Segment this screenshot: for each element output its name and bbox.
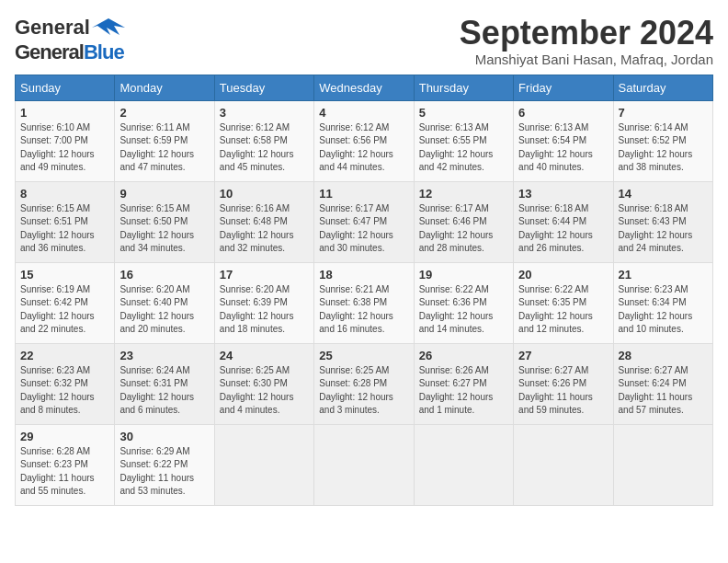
col-header-saturday: Saturday [613,75,712,100]
day-number: 24 [220,349,309,362]
calendar-week-row: 1Sunrise: 6:10 AMSunset: 7:00 PMDaylight… [16,100,713,181]
day-number: 29 [20,430,109,443]
day-info: Sunrise: 6:24 AMSunset: 6:31 PMDaylight:… [119,364,209,418]
calendar-day-cell: 5Sunrise: 6:13 AMSunset: 6:55 PMDaylight… [414,100,513,181]
day-number: 6 [518,106,608,120]
day-info: Sunrise: 6:11 AMSunset: 6:59 PMDaylight:… [119,121,209,175]
day-info: Sunrise: 6:27 AMSunset: 6:24 PMDaylight:… [619,364,708,418]
day-number: 14 [619,187,708,201]
calendar-day-cell: 20Sunrise: 6:22 AMSunset: 6:35 PMDayligh… [514,262,613,343]
calendar-day-cell: 29Sunrise: 6:28 AMSunset: 6:23 PMDayligh… [16,424,115,505]
day-info: Sunrise: 6:22 AMSunset: 6:36 PMDaylight:… [419,283,508,337]
empty-cell [514,424,613,505]
svg-marker-0 [92,18,125,35]
calendar-day-cell: 4Sunrise: 6:12 AMSunset: 6:56 PMDaylight… [314,100,414,181]
day-info: Sunrise: 6:12 AMSunset: 6:58 PMDaylight:… [220,121,309,175]
calendar-day-cell: 16Sunrise: 6:20 AMSunset: 6:40 PMDayligh… [115,262,214,343]
col-header-friday: Friday [514,75,613,100]
col-header-wednesday: Wednesday [314,75,414,100]
calendar-header-row: SundayMondayTuesdayWednesdayThursdayFrid… [16,75,713,100]
day-number: 17 [220,268,309,282]
calendar-day-cell: 3Sunrise: 6:12 AMSunset: 6:58 PMDaylight… [214,100,313,181]
day-number: 13 [518,187,608,201]
calendar-day-cell: 7Sunrise: 6:14 AMSunset: 6:52 PMDaylight… [613,100,712,181]
empty-cell [414,424,513,505]
day-info: Sunrise: 6:15 AMSunset: 6:50 PMDaylight:… [119,202,209,256]
calendar-week-row: 22Sunrise: 6:23 AMSunset: 6:32 PMDayligh… [16,343,713,424]
empty-cell [314,424,414,505]
day-number: 15 [20,268,109,282]
day-number: 16 [119,268,209,282]
day-number: 11 [319,187,408,201]
day-number: 4 [319,106,408,120]
day-number: 28 [619,349,708,362]
calendar-day-cell: 17Sunrise: 6:20 AMSunset: 6:39 PMDayligh… [214,262,313,343]
calendar-day-cell: 8Sunrise: 6:15 AMSunset: 6:51 PMDaylight… [16,181,115,262]
calendar-day-cell: 25Sunrise: 6:25 AMSunset: 6:28 PMDayligh… [314,343,414,424]
logo-text: General [15,15,125,40]
day-info: Sunrise: 6:15 AMSunset: 6:51 PMDaylight:… [20,202,109,256]
day-number: 7 [619,106,708,120]
logo-blue-text: Blue [84,40,124,64]
day-number: 20 [518,268,608,282]
calendar-week-row: 15Sunrise: 6:19 AMSunset: 6:42 PMDayligh… [16,262,713,343]
day-info: Sunrise: 6:20 AMSunset: 6:39 PMDaylight:… [220,283,309,337]
calendar-day-cell: 24Sunrise: 6:25 AMSunset: 6:30 PMDayligh… [214,343,313,424]
day-number: 21 [619,268,708,282]
logo-general: General [15,16,90,40]
day-info: Sunrise: 6:23 AMSunset: 6:32 PMDaylight:… [20,364,109,418]
location-title: Manshiyat Bani Hasan, Mafraq, Jordan [460,52,713,67]
col-header-sunday: Sunday [16,75,115,100]
calendar-day-cell: 12Sunrise: 6:17 AMSunset: 6:46 PMDayligh… [414,181,513,262]
logo-bird-icon [92,15,125,40]
calendar-day-cell: 23Sunrise: 6:24 AMSunset: 6:31 PMDayligh… [115,343,214,424]
logo: General General Blue [15,15,125,64]
calendar-day-cell: 21Sunrise: 6:23 AMSunset: 6:34 PMDayligh… [613,262,712,343]
day-info: Sunrise: 6:12 AMSunset: 6:56 PMDaylight:… [319,121,408,175]
day-number: 26 [419,349,508,362]
month-title: September 2024 [460,15,713,52]
empty-cell [613,424,712,505]
day-info: Sunrise: 6:26 AMSunset: 6:27 PMDaylight:… [419,364,508,418]
day-info: Sunrise: 6:17 AMSunset: 6:47 PMDaylight:… [319,202,408,256]
calendar-table: SundayMondayTuesdayWednesdayThursdayFrid… [15,75,713,506]
calendar-day-cell: 6Sunrise: 6:13 AMSunset: 6:54 PMDaylight… [514,100,613,181]
col-header-tuesday: Tuesday [214,75,313,100]
logo-general-text: General [15,40,84,64]
day-info: Sunrise: 6:28 AMSunset: 6:23 PMDaylight:… [20,445,109,499]
calendar-day-cell: 13Sunrise: 6:18 AMSunset: 6:44 PMDayligh… [514,181,613,262]
day-number: 19 [419,268,508,282]
day-number: 27 [518,349,608,362]
day-number: 1 [20,106,109,120]
day-number: 5 [419,106,508,120]
title-block: September 2024 Manshiyat Bani Hasan, Maf… [460,15,713,67]
calendar-week-row: 29Sunrise: 6:28 AMSunset: 6:23 PMDayligh… [16,424,713,505]
day-info: Sunrise: 6:21 AMSunset: 6:38 PMDaylight:… [319,283,408,337]
day-number: 25 [319,349,408,362]
day-number: 8 [20,187,109,201]
calendar-day-cell: 2Sunrise: 6:11 AMSunset: 6:59 PMDaylight… [115,100,214,181]
day-info: Sunrise: 6:14 AMSunset: 6:52 PMDaylight:… [619,121,708,175]
empty-cell [214,424,313,505]
calendar-day-cell: 14Sunrise: 6:18 AMSunset: 6:43 PMDayligh… [613,181,712,262]
day-number: 12 [419,187,508,201]
calendar-week-row: 8Sunrise: 6:15 AMSunset: 6:51 PMDaylight… [16,181,713,262]
calendar-day-cell: 10Sunrise: 6:16 AMSunset: 6:48 PMDayligh… [214,181,313,262]
day-info: Sunrise: 6:22 AMSunset: 6:35 PMDaylight:… [518,283,608,337]
calendar-day-cell: 27Sunrise: 6:27 AMSunset: 6:26 PMDayligh… [514,343,613,424]
day-info: Sunrise: 6:19 AMSunset: 6:42 PMDaylight:… [20,283,109,337]
col-header-thursday: Thursday [414,75,513,100]
day-info: Sunrise: 6:25 AMSunset: 6:30 PMDaylight:… [220,364,309,418]
calendar-day-cell: 28Sunrise: 6:27 AMSunset: 6:24 PMDayligh… [613,343,712,424]
day-number: 18 [319,268,408,282]
day-info: Sunrise: 6:23 AMSunset: 6:34 PMDaylight:… [619,283,708,337]
day-info: Sunrise: 6:16 AMSunset: 6:48 PMDaylight:… [220,202,309,256]
calendar-day-cell: 30Sunrise: 6:29 AMSunset: 6:22 PMDayligh… [115,424,214,505]
day-info: Sunrise: 6:29 AMSunset: 6:22 PMDaylight:… [119,445,209,499]
calendar-day-cell: 11Sunrise: 6:17 AMSunset: 6:47 PMDayligh… [314,181,414,262]
day-number: 10 [220,187,309,201]
day-number: 22 [20,349,109,362]
calendar-day-cell: 15Sunrise: 6:19 AMSunset: 6:42 PMDayligh… [16,262,115,343]
day-info: Sunrise: 6:18 AMSunset: 6:43 PMDaylight:… [619,202,708,256]
calendar-day-cell: 19Sunrise: 6:22 AMSunset: 6:36 PMDayligh… [414,262,513,343]
